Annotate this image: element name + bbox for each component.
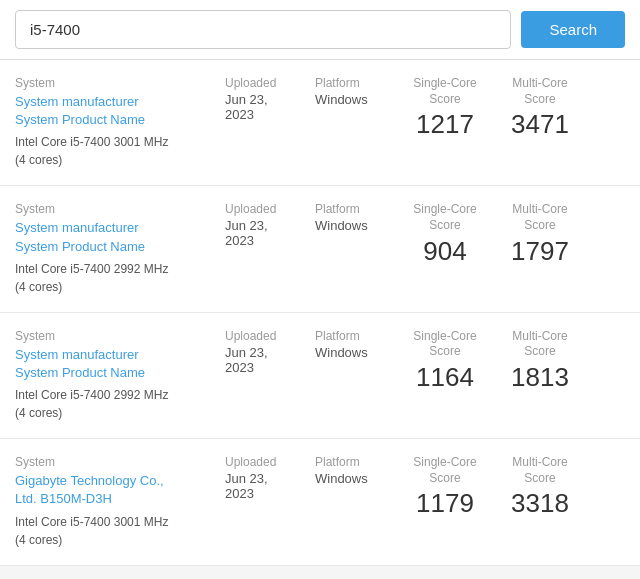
search-input[interactable] <box>15 10 511 49</box>
platform-col: Platform Windows <box>315 455 395 486</box>
single-core-label: Single-CoreScore <box>395 76 495 107</box>
uploaded-label: Uploaded <box>225 202 315 216</box>
single-core-col: Single-CoreScore 1179 <box>395 455 495 519</box>
system-col: System System manufacturer System Produc… <box>15 202 225 295</box>
system-product-link[interactable]: System Product Name <box>15 111 225 129</box>
single-core-score: 1217 <box>395 109 495 140</box>
multi-core-score: 3471 <box>495 109 585 140</box>
multi-core-col: Multi-CoreScore 1797 <box>495 202 585 266</box>
uploaded-date: Jun 23,2023 <box>225 345 315 375</box>
platform-value: Windows <box>315 92 395 107</box>
uploaded-date: Jun 23,2023 <box>225 218 315 248</box>
single-core-label: Single-CoreScore <box>395 202 495 233</box>
multi-core-score: 1797 <box>495 236 585 267</box>
table-row: System System manufacturer System Produc… <box>0 60 640 186</box>
system-label: System <box>15 455 225 469</box>
platform-label: Platform <box>315 455 395 469</box>
system-detail: Intel Core i5-7400 3001 MHz(4 cores) <box>15 513 225 549</box>
uploaded-col: Uploaded Jun 23,2023 <box>225 202 315 248</box>
table-row: System System manufacturer System Produc… <box>0 186 640 312</box>
system-col: System System manufacturer System Produc… <box>15 329 225 422</box>
single-core-score: 1179 <box>395 488 495 519</box>
platform-label: Platform <box>315 202 395 216</box>
multi-core-label: Multi-CoreScore <box>495 455 585 486</box>
platform-label: Platform <box>315 76 395 90</box>
uploaded-date: Jun 23,2023 <box>225 471 315 501</box>
system-detail: Intel Core i5-7400 2992 MHz(4 cores) <box>15 260 225 296</box>
system-label: System <box>15 329 225 343</box>
system-manufacturer-link[interactable]: Gigabyte Technology Co., <box>15 472 225 490</box>
platform-col: Platform Windows <box>315 329 395 360</box>
single-core-col: Single-CoreScore 1164 <box>395 329 495 393</box>
platform-value: Windows <box>315 471 395 486</box>
system-col: System Gigabyte Technology Co., Ltd. B15… <box>15 455 225 548</box>
uploaded-col: Uploaded Jun 23,2023 <box>225 455 315 501</box>
platform-value: Windows <box>315 345 395 360</box>
single-core-label: Single-CoreScore <box>395 329 495 360</box>
single-core-label: Single-CoreScore <box>395 455 495 486</box>
search-bar: Search <box>0 0 640 60</box>
platform-col: Platform Windows <box>315 202 395 233</box>
single-core-score: 904 <box>395 236 495 267</box>
uploaded-col: Uploaded Jun 23,2023 <box>225 329 315 375</box>
multi-core-label: Multi-CoreScore <box>495 76 585 107</box>
system-label: System <box>15 202 225 216</box>
table-row: System Gigabyte Technology Co., Ltd. B15… <box>0 439 640 565</box>
multi-core-label: Multi-CoreScore <box>495 202 585 233</box>
platform-value: Windows <box>315 218 395 233</box>
uploaded-col: Uploaded Jun 23,2023 <box>225 76 315 122</box>
system-label: System <box>15 76 225 90</box>
system-detail: Intel Core i5-7400 3001 MHz(4 cores) <box>15 133 225 169</box>
platform-label: Platform <box>315 329 395 343</box>
system-manufacturer-link[interactable]: System manufacturer <box>15 346 225 364</box>
system-detail: Intel Core i5-7400 2992 MHz(4 cores) <box>15 386 225 422</box>
search-button[interactable]: Search <box>521 11 625 48</box>
multi-core-col: Multi-CoreScore 3318 <box>495 455 585 519</box>
multi-core-label: Multi-CoreScore <box>495 329 585 360</box>
system-product-link[interactable]: System Product Name <box>15 364 225 382</box>
single-core-col: Single-CoreScore 1217 <box>395 76 495 140</box>
system-manufacturer-link[interactable]: System manufacturer <box>15 219 225 237</box>
multi-core-score: 1813 <box>495 362 585 393</box>
uploaded-label: Uploaded <box>225 76 315 90</box>
results-list: System System manufacturer System Produc… <box>0 60 640 566</box>
system-col: System System manufacturer System Produc… <box>15 76 225 169</box>
multi-core-col: Multi-CoreScore 3471 <box>495 76 585 140</box>
multi-core-col: Multi-CoreScore 1813 <box>495 329 585 393</box>
uploaded-label: Uploaded <box>225 329 315 343</box>
single-core-score: 1164 <box>395 362 495 393</box>
system-product-link[interactable]: System Product Name <box>15 238 225 256</box>
system-product-link[interactable]: Ltd. B150M-D3H <box>15 490 225 508</box>
system-manufacturer-link[interactable]: System manufacturer <box>15 93 225 111</box>
uploaded-date: Jun 23,2023 <box>225 92 315 122</box>
table-row: System System manufacturer System Produc… <box>0 313 640 439</box>
multi-core-score: 3318 <box>495 488 585 519</box>
single-core-col: Single-CoreScore 904 <box>395 202 495 266</box>
uploaded-label: Uploaded <box>225 455 315 469</box>
platform-col: Platform Windows <box>315 76 395 107</box>
